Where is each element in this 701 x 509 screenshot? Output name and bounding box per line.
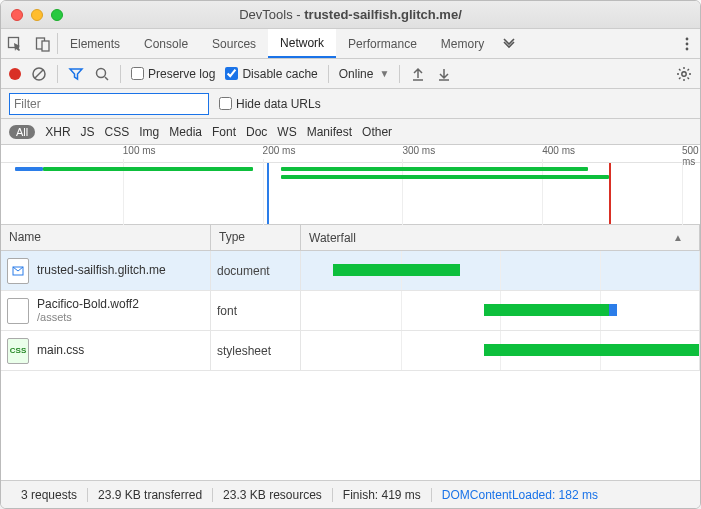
status-domcontentloaded: DOMContentLoaded: 182 ms bbox=[432, 488, 608, 502]
network-toolbar: Preserve log Disable cache Online ▼ bbox=[1, 59, 700, 89]
svg-point-12 bbox=[682, 71, 686, 75]
cell-type: stylesheet bbox=[211, 331, 301, 370]
type-xhr[interactable]: XHR bbox=[45, 125, 70, 139]
kebab-menu-icon[interactable] bbox=[674, 29, 700, 58]
status-resources: 23.3 KB resources bbox=[213, 488, 333, 502]
status-transferred: 23.9 KB transferred bbox=[88, 488, 213, 502]
device-toggle-icon[interactable] bbox=[29, 29, 57, 58]
tab-sources[interactable]: Sources bbox=[200, 29, 268, 58]
waterfall-bar bbox=[484, 344, 699, 356]
request-row[interactable]: Pacifico-Bold.woff2/assetsfont bbox=[1, 291, 700, 331]
load-marker bbox=[609, 163, 611, 224]
disable-cache-checkbox[interactable]: Disable cache bbox=[225, 67, 317, 81]
svg-line-7 bbox=[35, 70, 43, 78]
maximize-button[interactable] bbox=[51, 9, 63, 21]
close-button[interactable] bbox=[11, 9, 23, 21]
filter-input[interactable] bbox=[9, 93, 209, 115]
traffic-lights bbox=[11, 9, 63, 21]
type-img[interactable]: Img bbox=[139, 125, 159, 139]
upload-har-icon[interactable] bbox=[410, 66, 426, 82]
svg-point-4 bbox=[686, 42, 689, 45]
preserve-log-label: Preserve log bbox=[148, 67, 215, 81]
separator bbox=[399, 65, 400, 83]
timeline-bar bbox=[281, 175, 610, 179]
file-name: main.css bbox=[37, 343, 84, 357]
hide-data-urls-checkbox[interactable]: Hide data URLs bbox=[219, 97, 321, 111]
type-ws[interactable]: WS bbox=[277, 125, 296, 139]
timeline-bar bbox=[15, 167, 43, 171]
svg-point-3 bbox=[686, 37, 689, 40]
type-css[interactable]: CSS bbox=[105, 125, 130, 139]
clear-icon[interactable] bbox=[31, 66, 47, 82]
chevron-down-icon: ▼ bbox=[379, 68, 389, 79]
tab-console[interactable]: Console bbox=[132, 29, 200, 58]
search-icon[interactable] bbox=[94, 66, 110, 82]
sort-indicator-icon: ▲ bbox=[673, 232, 691, 243]
timeline-overview[interactable]: 100 ms200 ms300 ms400 ms500 ms bbox=[1, 145, 700, 225]
svg-rect-2 bbox=[42, 41, 49, 51]
timeline-tick: 400 ms bbox=[542, 145, 575, 156]
titlebar: DevTools - trusted-sailfish.glitch.me/ bbox=[1, 1, 700, 29]
tab-performance[interactable]: Performance bbox=[336, 29, 429, 58]
record-button[interactable] bbox=[9, 68, 21, 80]
cell-waterfall bbox=[301, 331, 700, 370]
tab-elements[interactable]: Elements bbox=[58, 29, 132, 58]
separator bbox=[328, 65, 329, 83]
title-host: trusted-sailfish.glitch.me/ bbox=[304, 7, 461, 22]
status-finish: Finish: 419 ms bbox=[333, 488, 432, 502]
timeline-ruler: 100 ms200 ms300 ms400 ms500 ms bbox=[1, 145, 700, 163]
request-type-filter: All XHR JS CSS Img Media Font Doc WS Man… bbox=[1, 119, 700, 145]
request-row[interactable]: trusted-sailfish.glitch.medocument bbox=[1, 251, 700, 291]
cell-name: trusted-sailfish.glitch.me bbox=[1, 251, 211, 290]
type-other[interactable]: Other bbox=[362, 125, 392, 139]
tab-network[interactable]: Network bbox=[268, 29, 336, 58]
type-font[interactable]: Font bbox=[212, 125, 236, 139]
type-manifest[interactable]: Manifest bbox=[307, 125, 352, 139]
minimize-button[interactable] bbox=[31, 9, 43, 21]
panel-tabs: Elements Console Sources Network Perform… bbox=[1, 29, 700, 59]
throttle-value: Online bbox=[339, 67, 374, 81]
more-tabs-icon[interactable] bbox=[496, 29, 522, 58]
type-js[interactable]: JS bbox=[81, 125, 95, 139]
file-name: Pacifico-Bold.woff2/assets bbox=[37, 297, 139, 325]
hide-data-urls-label: Hide data URLs bbox=[236, 97, 321, 111]
request-rows: trusted-sailfish.glitch.medocumentPacifi… bbox=[1, 251, 700, 480]
timeline-tick: 200 ms bbox=[263, 145, 296, 156]
disable-cache-input[interactable] bbox=[225, 67, 238, 80]
cell-waterfall bbox=[301, 251, 700, 290]
filter-bar: Hide data URLs bbox=[1, 89, 700, 119]
type-media[interactable]: Media bbox=[169, 125, 202, 139]
timeline-lanes bbox=[1, 163, 700, 224]
devtools-window: DevTools - trusted-sailfish.glitch.me/ E… bbox=[0, 0, 701, 509]
filter-icon[interactable] bbox=[68, 66, 84, 82]
hide-data-urls-input[interactable] bbox=[219, 97, 232, 110]
col-name[interactable]: Name bbox=[1, 225, 211, 250]
status-bar: 3 requests 23.9 KB transferred 23.3 KB r… bbox=[1, 480, 700, 508]
inspect-icon[interactable] bbox=[1, 29, 29, 58]
separator bbox=[57, 65, 58, 83]
throttle-select[interactable]: Online ▼ bbox=[339, 67, 390, 81]
preserve-log-checkbox[interactable]: Preserve log bbox=[131, 67, 215, 81]
col-waterfall[interactable]: Waterfall ▲ bbox=[301, 225, 700, 250]
col-type[interactable]: Type bbox=[211, 225, 301, 250]
type-doc[interactable]: Doc bbox=[246, 125, 267, 139]
settings-gear-icon[interactable] bbox=[676, 66, 692, 82]
tab-memory[interactable]: Memory bbox=[429, 29, 496, 58]
domcontent-marker bbox=[267, 163, 269, 224]
file-icon bbox=[7, 298, 29, 324]
type-all[interactable]: All bbox=[9, 125, 35, 139]
timeline-tick: 100 ms bbox=[123, 145, 156, 156]
timeline-tick: 300 ms bbox=[402, 145, 435, 156]
cell-name: CSSmain.css bbox=[1, 331, 211, 370]
preserve-log-input[interactable] bbox=[131, 67, 144, 80]
download-har-icon[interactable] bbox=[436, 66, 452, 82]
cell-type: document bbox=[211, 251, 301, 290]
grid-header: Name Type Waterfall ▲ bbox=[1, 225, 700, 251]
title-prefix: DevTools - bbox=[239, 7, 304, 22]
request-row[interactable]: CSSmain.cssstylesheet bbox=[1, 331, 700, 371]
waterfall-bar bbox=[333, 264, 460, 276]
waterfall-bluecap bbox=[609, 304, 617, 316]
disable-cache-label: Disable cache bbox=[242, 67, 317, 81]
timeline-bar bbox=[43, 167, 253, 171]
col-waterfall-label: Waterfall bbox=[309, 231, 356, 245]
